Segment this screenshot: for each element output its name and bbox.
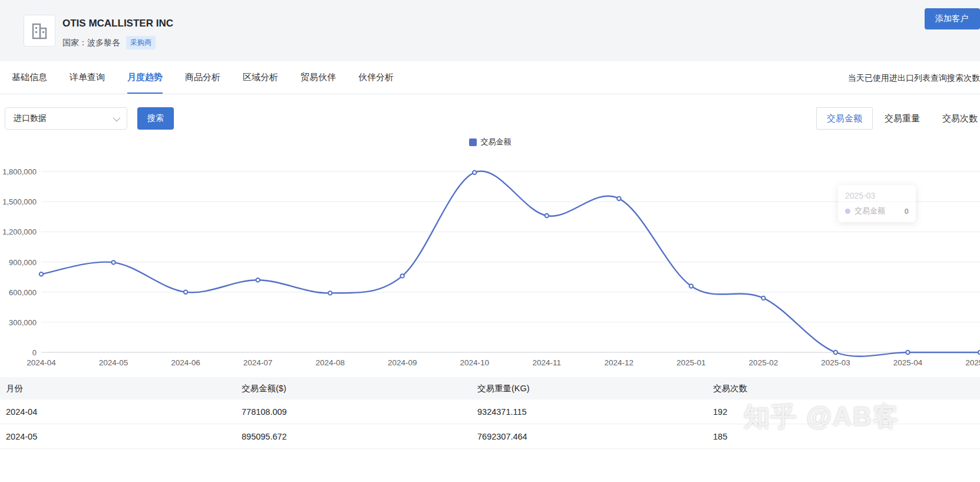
data-point[interactable] bbox=[761, 296, 765, 300]
x-axis-label: 2024-10 bbox=[460, 358, 489, 367]
x-axis-label: 2024-12 bbox=[605, 358, 634, 367]
y-axis-label: 1,500,000 bbox=[2, 197, 37, 206]
tooltip-value: 0 bbox=[905, 207, 909, 216]
y-axis-label: 0 bbox=[32, 348, 37, 357]
cell-count: 185 bbox=[707, 432, 980, 441]
data-point[interactable] bbox=[39, 272, 43, 276]
cell-amount: 778108.009 bbox=[236, 407, 471, 417]
tooltip-month: 2025-03 bbox=[845, 191, 909, 200]
search-button[interactable]: 搜索 bbox=[137, 107, 174, 130]
company-header: OTIS MCALLISTER INC 国家：波多黎各 采购商 添加客户 bbox=[0, 0, 980, 61]
table-row[interactable]: 2024-04 778108.009 9324371.115 192 bbox=[0, 400, 980, 424]
x-axis-label: 2025-03 bbox=[821, 358, 850, 367]
data-point[interactable] bbox=[400, 274, 404, 278]
data-type-select[interactable]: 进口数据 bbox=[5, 107, 127, 130]
data-point[interactable] bbox=[111, 260, 115, 264]
monthly-data-table: 月份 交易金额($) 交易重量(KG) 交易次数 2024-04 778108.… bbox=[0, 377, 980, 449]
tab-detail-query[interactable]: 详单查询 bbox=[70, 61, 105, 94]
legend-label: 交易金额 bbox=[481, 137, 512, 147]
cell-month: 2024-04 bbox=[0, 407, 236, 417]
x-axis-label: 2025-05 bbox=[965, 358, 980, 367]
x-axis-label: 2024-07 bbox=[243, 358, 273, 367]
building-icon bbox=[29, 21, 50, 41]
x-axis-label: 2025-04 bbox=[893, 358, 923, 367]
metric-tab-weight[interactable]: 交易重量 bbox=[874, 107, 930, 130]
data-point[interactable] bbox=[473, 171, 476, 174]
add-customer-button[interactable]: 添加客户 bbox=[925, 8, 980, 29]
table-header-row: 月份 交易金额($) 交易重量(KG) 交易次数 bbox=[0, 377, 980, 400]
tooltip-series-label: 交易金额 bbox=[854, 206, 885, 216]
cell-month: 2024-05 bbox=[0, 432, 236, 441]
company-logo bbox=[24, 15, 55, 47]
data-point[interactable] bbox=[256, 278, 259, 282]
data-point[interactable] bbox=[328, 291, 332, 295]
x-axis-label: 2024-05 bbox=[99, 358, 128, 367]
metric-tab-amount[interactable]: 交易金额 bbox=[816, 107, 873, 130]
y-axis-label: 300,000 bbox=[9, 318, 37, 327]
tab-basic-info[interactable]: 基础信息 bbox=[12, 61, 47, 94]
y-axis-label: 900,000 bbox=[9, 258, 37, 267]
data-point[interactable] bbox=[617, 197, 621, 200]
company-name: OTIS MCALLISTER INC bbox=[62, 18, 173, 29]
y-axis-label: 1,800,000 bbox=[2, 167, 37, 176]
table-body: 2024-04 778108.009 9324371.115 192 2024-… bbox=[0, 400, 980, 449]
tab-bar: 基础信息详单查询月度趋势商品分析区域分析贸易伙伴伙伴分析 当天已使用进出口列表查… bbox=[0, 61, 980, 94]
legend-swatch bbox=[469, 138, 477, 146]
search-quota-note: 当天已使用进出口列表查询搜索次数 bbox=[848, 61, 980, 94]
x-axis-label: 2024-04 bbox=[27, 358, 56, 367]
x-axis-label: 2025-01 bbox=[677, 358, 706, 367]
x-axis-label: 2024-09 bbox=[388, 358, 417, 367]
x-axis-label: 2024-11 bbox=[532, 358, 561, 367]
col-header-count: 交易次数 bbox=[707, 383, 980, 394]
line-chart-canvas[interactable]: 0300,000600,000900,0001,200,0001,500,000… bbox=[0, 132, 980, 375]
x-axis-label: 2024-08 bbox=[315, 358, 345, 367]
tab-trade-partners[interactable]: 贸易伙伴 bbox=[301, 61, 336, 94]
data-point[interactable] bbox=[834, 351, 837, 354]
chart-legend[interactable]: 交易金额 bbox=[0, 137, 980, 147]
tab-list: 基础信息详单查询月度趋势商品分析区域分析贸易伙伴伙伴分析 bbox=[0, 61, 980, 94]
col-header-amount: 交易金额($) bbox=[236, 383, 471, 394]
tab-partner-analysis[interactable]: 伙伴分析 bbox=[358, 61, 394, 94]
table-row[interactable]: 2024-05 895095.672 7692307.464 185 bbox=[0, 424, 980, 449]
data-point[interactable] bbox=[184, 290, 187, 293]
chevron-down-icon bbox=[113, 114, 121, 121]
cell-weight: 9324371.115 bbox=[471, 407, 707, 417]
col-header-month: 月份 bbox=[0, 383, 236, 394]
tab-region-analysis[interactable]: 区域分析 bbox=[243, 61, 278, 94]
y-axis-label: 1,200,000 bbox=[2, 227, 37, 236]
metric-tab-count[interactable]: 交易次数 bbox=[932, 107, 980, 130]
metric-toggle-group: 交易金额交易重量交易次数 bbox=[816, 107, 980, 130]
tab-monthly-trend[interactable]: 月度趋势 bbox=[127, 61, 163, 94]
cell-weight: 7692307.464 bbox=[471, 432, 707, 441]
col-header-weight: 交易重量(KG) bbox=[471, 383, 707, 394]
chart-tooltip: 2025-03 交易金额 0 bbox=[838, 185, 916, 222]
cell-count: 192 bbox=[707, 407, 980, 417]
tooltip-series-dot bbox=[845, 209, 850, 214]
page: OTIS MCALLISTER INC 国家：波多黎各 采购商 添加客户 基础信… bbox=[0, 0, 980, 482]
tab-product-analysis[interactable]: 商品分析 bbox=[185, 61, 220, 94]
buyer-badge: 采购商 bbox=[126, 36, 156, 49]
x-axis-label: 2025-02 bbox=[749, 358, 778, 367]
data-point[interactable] bbox=[906, 351, 909, 354]
data-point[interactable] bbox=[545, 214, 549, 217]
cell-amount: 895095.672 bbox=[236, 432, 471, 441]
y-axis-label: 600,000 bbox=[9, 288, 37, 297]
company-country: 国家：波多黎各 bbox=[62, 38, 120, 48]
x-axis-label: 2024-06 bbox=[171, 358, 200, 367]
data-point[interactable] bbox=[689, 284, 693, 288]
data-type-select-value: 进口数据 bbox=[14, 113, 47, 124]
trend-chart[interactable]: 0300,000600,000900,0001,200,0001,500,000… bbox=[0, 132, 980, 375]
